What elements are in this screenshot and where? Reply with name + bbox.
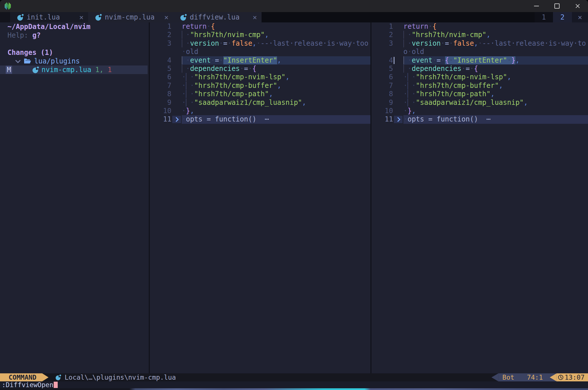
line-number: 9 xyxy=(372,99,393,107)
neovim-logo-icon xyxy=(4,2,11,10)
gutter-cell xyxy=(393,73,403,81)
tabpage-1[interactable]: 1 xyxy=(535,12,553,22)
gutter-cell xyxy=(171,39,182,48)
panel-help-line: Help: g? xyxy=(0,31,149,40)
line-number: 1 xyxy=(150,22,171,31)
statusline: COMMAND Local\…\plugins\nvim-cmp.lua Bot… xyxy=(0,373,588,381)
code-text: ·▏·"hrsh7th/cmp-path", xyxy=(403,90,588,98)
code-line: 7·▏·"hrsh7th/cmp-buffer", xyxy=(150,82,370,90)
tabline-left-spacer xyxy=(0,12,10,22)
file-row-nvim-cmp[interactable]: M nvim-cmp.lua 1, 1 xyxy=(0,65,148,74)
tab-diffview-lua[interactable]: diffview.lua × xyxy=(173,12,262,22)
line-number: 10 xyxy=(150,107,171,115)
folder-open-icon xyxy=(24,58,31,64)
line-number: 4 xyxy=(150,56,171,65)
code-text: ·old xyxy=(182,48,370,56)
tab-close-icon[interactable]: × xyxy=(253,13,257,22)
line-number: 5 xyxy=(372,65,393,73)
tab-nvim-cmp-lua[interactable]: nvim-cmp.lua × xyxy=(88,12,173,22)
gutter-cell xyxy=(393,107,403,115)
segment-separator xyxy=(492,373,498,381)
fold-chevron-icon[interactable] xyxy=(172,116,181,123)
close-icon xyxy=(575,3,580,9)
code-text: ▏·event·=·{·"InsertEnter"·}, xyxy=(403,56,588,65)
clock-time: 13:07 xyxy=(565,374,585,381)
tabpage-2-active[interactable]: 2 xyxy=(553,12,572,22)
tab-close-icon[interactable]: × xyxy=(164,13,169,22)
cursor-position: 74:1 xyxy=(527,373,543,381)
code-line: 4▏·event·=·"InsertEnter", xyxy=(150,56,370,65)
code-line: 9·▏·"saadparwaiz1/cmp_luasnip", xyxy=(372,99,588,107)
titlebar xyxy=(0,0,588,12)
code-text: ·opts = function() ⋯ xyxy=(403,115,588,123)
tab-close-icon[interactable]: × xyxy=(79,13,84,22)
gutter-cell xyxy=(393,56,403,65)
diff-pane-right[interactable]: 1return·{2▏·"hrsh7th/nvim-cmp",3▏·versio… xyxy=(372,22,588,373)
gutter-cell xyxy=(171,90,182,98)
code-line: 4▏·event·=·{·"InsertEnter"·}, xyxy=(372,56,588,65)
gutter-cell xyxy=(171,48,182,56)
mode-indicator: COMMAND xyxy=(0,373,42,381)
code-line: 7·▏·"hrsh7th/cmp-buffer", xyxy=(372,82,588,90)
line-number: 3 xyxy=(150,39,171,48)
gutter-cell xyxy=(393,90,403,98)
neovim-window: init.lua × nvim-cmp.lua × diffview.lua ×… xyxy=(0,0,588,390)
code-text: ▏·event·=·"InsertEnter", xyxy=(182,56,370,65)
close-window-button[interactable] xyxy=(567,0,588,12)
code-text: return·{ xyxy=(182,22,370,31)
code-text: ·}, xyxy=(403,107,588,115)
tab-label: init.lua xyxy=(27,13,60,21)
line-number: 10 xyxy=(372,107,393,115)
line-number: 5 xyxy=(150,65,171,73)
line-number: 4 xyxy=(372,56,393,65)
gutter-cell xyxy=(393,39,403,48)
clock-icon xyxy=(558,374,564,380)
gutter-cell xyxy=(393,115,403,123)
gutter-cell xyxy=(393,31,403,39)
tab-init-lua[interactable]: init.lua × xyxy=(10,12,88,22)
gutter-cell xyxy=(393,65,403,73)
chevron-down-icon xyxy=(15,58,20,63)
main-area: ~/AppData/Local/nvim Help: g? Changes (1… xyxy=(0,22,588,373)
gutter-cell xyxy=(171,31,182,39)
maximize-button[interactable] xyxy=(547,0,567,12)
deletions-count: 1 xyxy=(108,65,112,74)
code-text: o·old xyxy=(403,48,588,56)
command-cursor xyxy=(54,382,58,388)
lua-file-icon xyxy=(95,14,102,21)
gutter-cell xyxy=(171,22,182,31)
code-text: return·{ xyxy=(403,22,588,31)
diff-pane-left[interactable]: 1return·{2▏·"hrsh7th/nvim-cmp",3▏·versio… xyxy=(150,22,370,373)
gutter-cell xyxy=(171,115,182,123)
line-number: 7 xyxy=(372,82,393,90)
code-text: ▏·version·=·false,·--·last·release·is·wa… xyxy=(182,39,370,48)
command-text: :DiffviewOpen xyxy=(2,381,53,389)
changes-section-header: Changes (1) xyxy=(0,48,149,57)
lua-file-icon xyxy=(17,14,24,21)
code-line: 2▏·"hrsh7th/nvim-cmp", xyxy=(372,31,588,39)
tabpage-close-icon[interactable]: ✕ xyxy=(572,12,588,22)
window-cursor xyxy=(394,57,394,64)
code-text: ▏·dependencies·=·{ xyxy=(403,65,588,73)
tabline-fill xyxy=(262,12,535,22)
maximize-icon xyxy=(554,3,560,9)
line-number: 6 xyxy=(372,73,393,81)
code-text: ▏·version·=·false,·--·last·release·is·wa… xyxy=(403,39,588,48)
line-number: 8 xyxy=(372,90,393,98)
code-line: 8·▏·"hrsh7th/cmp-path", xyxy=(150,90,370,98)
folder-row-lua-plugins[interactable]: lua/plugins xyxy=(0,57,149,65)
gutter-cell xyxy=(393,22,403,31)
code-text: ·▏·"hrsh7th/cmp-nvim-lsp", xyxy=(403,73,588,81)
command-line[interactable]: :DiffviewOpen xyxy=(0,381,588,388)
code-line: 8·▏·"hrsh7th/cmp-path", xyxy=(372,90,588,98)
segment-separator xyxy=(42,373,49,381)
code-text: ·▏·"hrsh7th/cmp-path", xyxy=(182,90,370,98)
segment-separator xyxy=(550,373,557,381)
line-number: 2 xyxy=(372,31,393,39)
gutter-cell xyxy=(393,99,403,107)
clock-segment: 13:07 xyxy=(557,373,588,381)
code-text: ▏·"hrsh7th/nvim-cmp", xyxy=(403,31,588,39)
fold-chevron-icon[interactable] xyxy=(394,116,403,123)
code-line: 5▏·dependencies·=·{ xyxy=(372,65,588,73)
minimize-button[interactable] xyxy=(526,0,547,12)
